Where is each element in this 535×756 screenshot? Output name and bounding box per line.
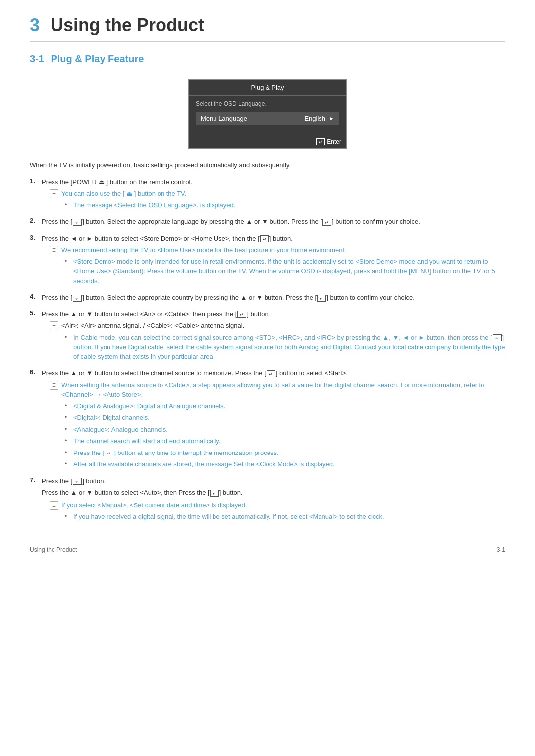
- step-4-text: Press the [↵] button. Select the appropr…: [42, 293, 505, 302]
- step-5-note-1-text: <Air>: <Air> antenna signal. / <Cable>: …: [61, 321, 505, 331]
- note-bullet-5-2: •: [61, 333, 70, 341]
- step-5-notes: ☰ <Air>: <Air> antenna signal. / <Cable>…: [50, 321, 505, 361]
- step-5-note-2-text: In Cable mode, you can select the correc…: [73, 333, 505, 362]
- step-1-note-1-text: You can also use the [ ⏏ ] button on the…: [61, 189, 505, 199]
- note-bullet: •: [61, 201, 70, 208]
- osd-row-label: Menu Language: [201, 115, 304, 122]
- step-7-note-2-text: If you have received a digital signal, t…: [73, 512, 505, 522]
- chapter-title-text: Using the Product: [51, 15, 204, 35]
- step-7-sub-text: Press the ▲ or ▼ button to select <Auto>…: [42, 489, 243, 496]
- section-num: 3-1: [30, 53, 44, 64]
- step-3: 3. Press the ◄ or ► button to select <St…: [30, 234, 505, 286]
- osd-title: Plug & Play: [251, 84, 284, 91]
- intro-text: When the TV is initially powered on, bas…: [30, 160, 505, 170]
- step-1-note-1: ☰ You can also use the [ ⏏ ] button on t…: [50, 189, 505, 199]
- step-5-note-2: • In Cable mode, you can select the corr…: [61, 333, 505, 362]
- note-bullet-7-2: •: [61, 512, 70, 520]
- step-6-note-1-text: When setting the antenna source to <Cabl…: [61, 380, 505, 400]
- note-bullet-6-6: •: [61, 449, 70, 456]
- step-6-note-3-text: <Digital>: Digital channels.: [73, 413, 505, 423]
- section-title: 3-1 Plug & Play Feature: [30, 53, 144, 64]
- step-7-note-2: • If you have received a digital signal,…: [61, 512, 505, 522]
- enter-inline-5: ↵: [237, 311, 246, 318]
- page-wrapper: 3 Using the Product 3-1 Plug & Play Feat…: [0, 0, 535, 573]
- step-2: 2. Press the [↵] button. Select the appr…: [30, 217, 505, 227]
- chapter-title: 3 Using the Product: [30, 15, 204, 35]
- osd-enter-btn: ↵ Enter: [316, 138, 341, 145]
- note-bullet-6-5: •: [61, 437, 70, 444]
- step-6-note-6-text: Press the [↵] button at any time to inte…: [73, 448, 505, 458]
- osd-row: Menu Language English ►: [196, 112, 339, 125]
- step-1-note-2-text: The message <Select the OSD Language>. i…: [73, 201, 505, 210]
- step-5-note-1: ☰ <Air>: <Air> antenna signal. / <Cable>…: [50, 321, 505, 331]
- step-6-note-6: • Press the [↵] button at any time to in…: [61, 448, 505, 458]
- enter-inline-icon-3: ↵: [260, 235, 269, 242]
- step-6-text: Press the ▲ or ▼ button to select the ch…: [42, 368, 505, 378]
- step-1-line: 1. Press the [POWER ⏏ ] button on the re…: [30, 177, 505, 187]
- step-6-note-2-text: <Digital & Analogue>: Digital and Analog…: [73, 402, 505, 411]
- enter-inline-icon: ↵: [73, 219, 82, 226]
- note-icon-7: ☰: [50, 501, 58, 510]
- note-bullet-6-3: •: [61, 413, 70, 421]
- step-6-num: 6.: [30, 368, 42, 376]
- steps-container: 1. Press the [POWER ⏏ ] button on the re…: [30, 177, 505, 522]
- step-6: 6. Press the ▲ or ▼ button to select the…: [30, 368, 505, 469]
- chapter-header: 3 Using the Product: [30, 15, 505, 42]
- step-7-text: Press the [↵] button.: [42, 476, 505, 486]
- enter-inline-4b: ↵: [317, 295, 326, 302]
- step-1-note-2: • The message <Select the OSD Language>.…: [61, 201, 505, 210]
- enter-inline-4: ↵: [73, 295, 82, 302]
- step-6-line: 6. Press the ▲ or ▼ button to select the…: [30, 368, 505, 378]
- enter-icon: ↵: [316, 138, 325, 145]
- step-7-note-1-text: If you select <Manual>, <Set current dat…: [61, 501, 505, 510]
- step-6-note-5-text: The channel search will start and end au…: [73, 436, 505, 446]
- step-3-text: Press the ◄ or ► button to select <Store…: [42, 234, 505, 244]
- step-6-note-2: • <Digital & Analogue>: Digital and Anal…: [61, 402, 505, 411]
- step-6-note-3: • <Digital>: Digital channels.: [61, 413, 505, 423]
- step-4-num: 4.: [30, 293, 42, 300]
- step-7-note-1: ☰ If you select <Manual>, <Set current d…: [50, 501, 505, 510]
- footer-left: Using the Product: [30, 546, 77, 553]
- step-6-notes: ☰ When setting the antenna source to <Ca…: [50, 380, 505, 469]
- note-icon: ☰: [50, 189, 58, 198]
- step-3-note-2-text: <Store Demo> mode is only intended for u…: [73, 257, 505, 286]
- step-6-note-5: • The channel search will start and end …: [61, 436, 505, 446]
- enter-inline-6: ↵: [267, 370, 275, 377]
- step-5-num: 5.: [30, 309, 42, 317]
- enter-inline-icon-2: ↵: [322, 219, 331, 226]
- note-bullet-6-2: •: [61, 402, 70, 409]
- step-6-note-4: • <Analogue>: Analogue channels.: [61, 425, 505, 435]
- step-1-num: 1.: [30, 177, 42, 185]
- enter-inline-7b: ↵: [210, 490, 219, 497]
- note-bullet-3-2: •: [61, 257, 70, 265]
- chapter-num: 3: [30, 15, 40, 35]
- enter-inline-6b: ↵: [105, 450, 113, 456]
- step-3-note-2: • <Store Demo> mode is only intended for…: [61, 257, 505, 286]
- step-1-text: Press the [POWER ⏏ ] button on the remot…: [42, 177, 505, 187]
- note-bullet-6-7: •: [61, 460, 70, 467]
- step-4-line: 4. Press the [↵] button. Select the appr…: [30, 293, 505, 302]
- step-7-line: 7. Press the [↵] button.: [30, 476, 505, 486]
- step-7-num: 7.: [30, 476, 42, 484]
- section-header: 3-1 Plug & Play Feature: [30, 53, 505, 69]
- step-7-notes: ☰ If you select <Manual>, <Set current d…: [50, 501, 505, 522]
- osd-row-arrow: ►: [329, 116, 334, 121]
- step-1: 1. Press the [POWER ⏏ ] button on the re…: [30, 177, 505, 210]
- osd-label: Select the OSD Language.: [196, 101, 339, 107]
- step-5-text: Press the ▲ or ▼ button to select <Air> …: [42, 309, 505, 319]
- step-3-note-1: ☰ We recommend setting the TV to <Home U…: [50, 245, 505, 255]
- step-1-notes: ☰ You can also use the [ ⏏ ] button on t…: [50, 189, 505, 210]
- note-icon-6: ☰: [50, 381, 58, 390]
- note-icon-5: ☰: [50, 321, 58, 330]
- section-title-text: Plug & Play Feature: [51, 53, 144, 64]
- step-2-text: Press the [↵] button. Select the appropr…: [42, 217, 505, 227]
- osd-footer: ↵ Enter: [189, 135, 346, 148]
- enter-inline-5b: ↵: [493, 334, 502, 341]
- enter-inline-7: ↵: [73, 478, 82, 485]
- step-7: 7. Press the [↵] button. Press the ▲ or …: [30, 476, 505, 522]
- step-6-note-7-text: After all the available channels are sto…: [73, 459, 505, 469]
- osd-title-bar: Plug & Play: [189, 80, 346, 96]
- step-3-num: 3.: [30, 234, 42, 241]
- osd-enter-label: Enter: [327, 138, 341, 145]
- step-2-num: 2.: [30, 217, 42, 224]
